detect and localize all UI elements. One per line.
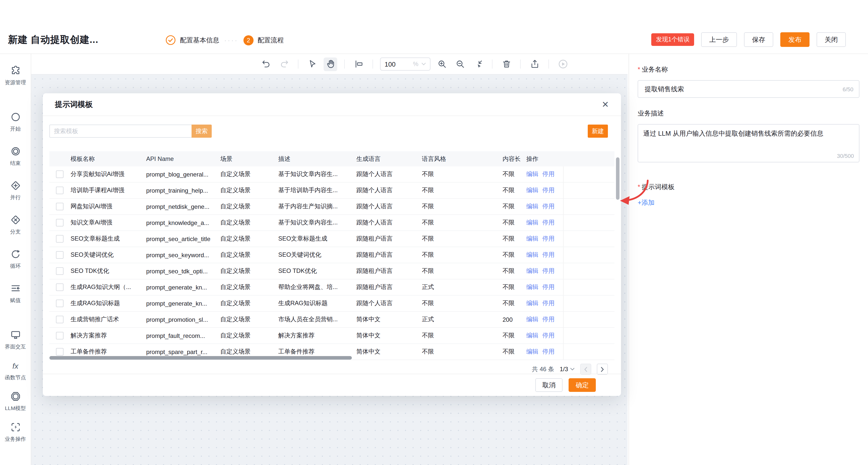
page-select[interactable]: 1/3 xyxy=(560,366,575,373)
confirm-button[interactable]: 确定 xyxy=(568,378,596,392)
next-page-button[interactable] xyxy=(597,364,608,375)
fit-screen-icon[interactable] xyxy=(471,57,485,71)
palette-item-assign[interactable]: 赋值 xyxy=(10,283,21,304)
table-row: SEO关键词优化prompt_seo_keyword...自定义场景SEO关键词… xyxy=(50,247,615,263)
palette-item-resources[interactable]: 资源管理 xyxy=(5,65,26,86)
disable-link[interactable]: 停用 xyxy=(542,186,555,195)
puzzle-icon xyxy=(10,65,21,76)
business-name-field[interactable]: 6/50 xyxy=(638,80,860,98)
prev-page-button[interactable] xyxy=(580,364,591,375)
loop-icon xyxy=(10,249,21,260)
business-desc-input[interactable]: 通过 LLM 从用户输入信息中提取创建销售线索所需的必要信息 xyxy=(638,124,859,162)
palette-item-ui-interaction[interactable]: 界面交互 xyxy=(5,329,26,350)
disable-link[interactable]: 停用 xyxy=(542,331,555,340)
publish-button[interactable]: 发布 xyxy=(780,32,809,47)
prompt-template-modal: 提示词模板 ✕ 搜索 新建 模板名称 API Name 场景 描述 生成语言 语… xyxy=(43,93,621,396)
cell-style: 不限 xyxy=(416,267,496,275)
edit-link[interactable]: 编辑 xyxy=(526,315,538,324)
cell-language: 跟随个人语言 xyxy=(350,170,416,178)
row-checkbox[interactable] xyxy=(50,332,64,340)
edit-link[interactable]: 编辑 xyxy=(526,267,538,275)
row-checkbox[interactable] xyxy=(50,316,64,323)
palette-item-end[interactable]: 结束 xyxy=(10,146,21,167)
edit-link[interactable]: 编辑 xyxy=(526,234,538,243)
cell-length: 不限 xyxy=(496,251,520,259)
disable-link[interactable]: 停用 xyxy=(542,251,555,259)
zoom-unit: % xyxy=(413,60,418,67)
disable-link[interactable]: 停用 xyxy=(542,299,555,308)
edit-link[interactable]: 编辑 xyxy=(526,331,538,340)
cell-scene: 自定义场景 xyxy=(214,331,272,340)
cell-length: 不限 xyxy=(496,331,520,340)
palette-item-llm[interactable]: LLM模型 xyxy=(5,391,26,412)
edit-link[interactable]: 编辑 xyxy=(526,299,538,308)
row-checkbox[interactable] xyxy=(50,299,64,307)
zoom-level-input[interactable]: 100 % xyxy=(380,58,431,70)
cell-api-name: prompt_generate_kn... xyxy=(140,300,214,307)
pointer-icon[interactable] xyxy=(306,57,319,71)
close-button[interactable]: 关闭 xyxy=(816,32,846,47)
cell-template-name: 解决方案推荐 xyxy=(64,331,140,340)
row-checkbox[interactable] xyxy=(50,267,64,275)
error-badge[interactable]: 发现1个错误 xyxy=(651,33,694,46)
row-checkbox[interactable] xyxy=(50,348,64,355)
palette-item-start[interactable]: 开始 xyxy=(10,112,21,133)
toolbar-separator xyxy=(520,59,521,68)
cell-language: 跟随租户语言 xyxy=(350,234,416,243)
row-checkbox[interactable] xyxy=(50,186,64,194)
row-checkbox[interactable] xyxy=(50,203,64,210)
row-checkbox[interactable] xyxy=(50,219,64,227)
zoom-out-icon[interactable] xyxy=(453,57,467,71)
disable-link[interactable]: 停用 xyxy=(542,202,555,211)
edit-link[interactable]: 编辑 xyxy=(526,219,538,227)
row-checkbox[interactable] xyxy=(50,171,64,178)
business-name-input[interactable] xyxy=(644,85,842,93)
edit-link[interactable]: 编辑 xyxy=(526,170,538,178)
disable-link[interactable]: 停用 xyxy=(542,267,555,275)
cell-scene: 自定义场景 xyxy=(214,170,272,178)
palette-item-function[interactable]: fx 函数节点 xyxy=(5,360,26,381)
prev-step-button[interactable]: 上一步 xyxy=(701,32,737,47)
disable-link[interactable]: 停用 xyxy=(542,283,555,291)
palette-item-branch[interactable]: 分支 xyxy=(10,214,21,235)
save-button[interactable]: 保存 xyxy=(744,32,773,47)
search-input[interactable] xyxy=(50,124,191,138)
edit-link[interactable]: 编辑 xyxy=(526,283,538,291)
cell-scene: 自定义场景 xyxy=(214,299,272,308)
disable-link[interactable]: 停用 xyxy=(542,170,555,178)
palette-item-parallel[interactable]: 并行 xyxy=(10,180,21,201)
delete-icon[interactable] xyxy=(499,57,513,71)
hand-icon[interactable] xyxy=(323,57,337,71)
modal-close-icon[interactable]: ✕ xyxy=(602,100,609,109)
business-desc-field[interactable]: 通过 LLM 从用户输入信息中提取创建销售线索所需的必要信息 30/500 xyxy=(638,124,860,163)
align-icon[interactable] xyxy=(352,57,366,71)
disable-link[interactable]: 停用 xyxy=(542,348,555,356)
palette-item-loop[interactable]: 循环 xyxy=(10,249,21,270)
edit-link[interactable]: 编辑 xyxy=(526,202,538,211)
step-2-label[interactable]: 配置流程 xyxy=(257,35,284,45)
create-template-button[interactable]: 新建 xyxy=(588,124,608,138)
edit-link[interactable]: 编辑 xyxy=(526,186,538,195)
row-checkbox[interactable] xyxy=(50,284,64,291)
redo-icon[interactable] xyxy=(277,57,291,71)
zoom-in-icon[interactable] xyxy=(435,57,448,71)
cell-template-name: 工单备件推荐 xyxy=(64,348,140,356)
search-button[interactable]: 搜索 xyxy=(191,124,212,138)
table-row: 解决方案推荐prompt_fault_recom...自定义场景解决方案推荐简体… xyxy=(50,328,615,344)
row-checkbox[interactable] xyxy=(50,235,64,242)
cancel-button[interactable]: 取消 xyxy=(535,378,562,392)
export-icon[interactable] xyxy=(528,57,541,71)
undo-icon[interactable] xyxy=(259,57,273,71)
run-icon[interactable] xyxy=(556,57,569,71)
step-1-label[interactable]: 配置基本信息 xyxy=(180,35,219,45)
palette-item-business-action[interactable]: 业务操作 xyxy=(5,422,26,443)
horizontal-scrollbar[interactable] xyxy=(50,356,352,359)
edit-link[interactable]: 编辑 xyxy=(526,251,538,259)
row-checkbox[interactable] xyxy=(50,251,64,259)
disable-link[interactable]: 停用 xyxy=(542,315,555,324)
desc-char-counter: 30/500 xyxy=(837,153,854,159)
edit-link[interactable]: 编辑 xyxy=(526,348,538,356)
disable-link[interactable]: 停用 xyxy=(542,219,555,227)
disable-link[interactable]: 停用 xyxy=(542,234,555,243)
toolbar-separator xyxy=(549,59,549,68)
